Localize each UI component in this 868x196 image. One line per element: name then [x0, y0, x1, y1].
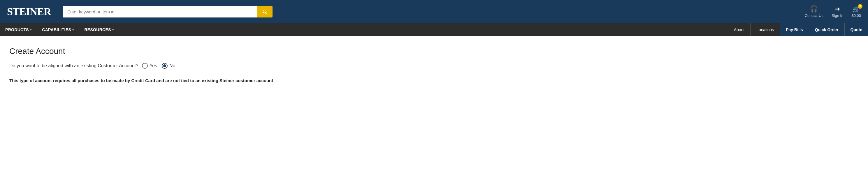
- chevron-down-icon: ▾: [30, 28, 31, 31]
- nav-quote[interactable]: Quote: [845, 23, 868, 36]
- account-notice: This type of account requires all purcha…: [9, 78, 859, 83]
- radio-yes-label[interactable]: Yes: [142, 63, 157, 69]
- contact-us-link[interactable]: 🎧 Contact Us: [805, 6, 824, 18]
- cart-total-label: $0.00: [851, 13, 861, 18]
- sign-in-label: Sign In: [832, 13, 843, 18]
- nav-quick-order[interactable]: Quick Order: [809, 23, 844, 36]
- radio-no-button[interactable]: [162, 63, 167, 69]
- nav-resources[interactable]: RESOURCES ▾: [79, 23, 119, 36]
- header-actions: 🎧 Contact Us ➜ Sign In 🛒 0 $0.00: [805, 6, 861, 18]
- radio-no-selected-indicator: [163, 64, 166, 67]
- radio-no-label[interactable]: No: [162, 63, 175, 69]
- site-logo[interactable]: SteineR: [7, 5, 51, 18]
- headset-icon: 🎧: [810, 6, 818, 12]
- search-bar: [63, 6, 273, 18]
- nav-capabilities[interactable]: CAPABILITIES ▾: [37, 23, 79, 36]
- sign-in-link[interactable]: ➜ Sign In: [832, 6, 843, 18]
- radio-yes-text: Yes: [150, 63, 157, 68]
- main-content: Create Account Do you want to be aligned…: [0, 36, 868, 95]
- cart-link[interactable]: 🛒 0 $0.00: [851, 6, 861, 18]
- search-icon: [262, 9, 268, 14]
- radio-yes-button[interactable]: [142, 63, 148, 69]
- chevron-down-icon: ▾: [112, 28, 114, 31]
- cart-count-badge: 0: [858, 4, 863, 9]
- nav-locations[interactable]: Locations: [750, 23, 780, 36]
- sign-in-icon: ➜: [835, 6, 840, 12]
- question-text: Do you want to be aligned with an existi…: [9, 63, 138, 68]
- radio-no-text: No: [169, 63, 175, 68]
- main-navbar: PRODUCTS ▾ CAPABILITIES ▾ RESOURCES ▾ Ab…: [0, 23, 868, 36]
- nav-products[interactable]: PRODUCTS ▾: [0, 23, 37, 36]
- nav-right: About Locations Pay Bills Quick Order Qu…: [728, 23, 868, 36]
- site-header: SteineR 🎧 Contact Us ➜ Sign In 🛒 0 $0.00: [0, 0, 868, 23]
- page-title: Create Account: [9, 46, 859, 56]
- nav-left: PRODUCTS ▾ CAPABILITIES ▾ RESOURCES ▾: [0, 23, 119, 36]
- radio-group: Yes No: [142, 63, 176, 69]
- contact-us-label: Contact Us: [805, 13, 824, 18]
- nav-about[interactable]: About: [728, 23, 750, 36]
- account-question: Do you want to be aligned with an existi…: [9, 63, 859, 69]
- search-input[interactable]: [63, 6, 257, 18]
- chevron-down-icon: ▾: [72, 28, 74, 31]
- nav-pay-bills[interactable]: Pay Bills: [780, 23, 809, 36]
- search-button[interactable]: [257, 6, 273, 18]
- cart-badge-wrapper: 🛒 0: [852, 6, 860, 12]
